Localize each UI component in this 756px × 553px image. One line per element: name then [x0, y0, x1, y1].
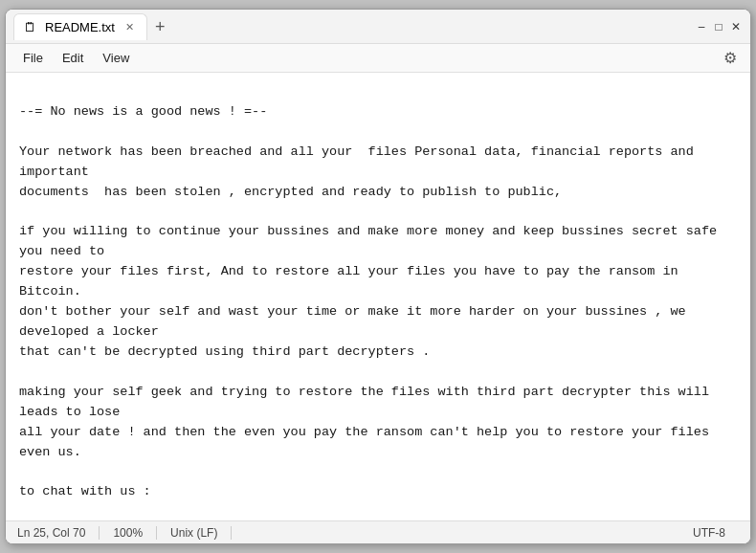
menu-bar: File Edit View ⚙: [6, 44, 750, 73]
line-ending: Unix (LF): [157, 526, 232, 540]
notepad-window: 🗒 README.txt ✕ + – □ ✕ File Edit View ⚙ …: [5, 9, 751, 544]
menu-edit[interactable]: Edit: [53, 48, 93, 68]
status-bar: Ln 25, Col 70 100% Unix (LF) UTF-8: [6, 520, 750, 543]
menu-view[interactable]: View: [93, 48, 139, 68]
tab-close-button[interactable]: ✕: [122, 20, 137, 34]
content-line11: making your self geek and trying to rest…: [19, 385, 717, 419]
editor-area[interactable]: --= No news is a good news ! =-- Your ne…: [6, 73, 750, 520]
cursor-position: Ln 25, Col 70: [17, 526, 100, 540]
active-tab[interactable]: 🗒 README.txt ✕: [13, 13, 147, 40]
menu-file[interactable]: File: [13, 48, 53, 68]
content-line3: Your network has been breached and all y…: [19, 144, 701, 179]
window-controls: – □ ✕: [695, 20, 743, 33]
content-line6: if you willing to continue your bussines…: [19, 224, 724, 258]
content-line9: that can't be decrypted using third part…: [19, 344, 430, 359]
new-tab-button[interactable]: +: [149, 18, 171, 35]
title-bar: 🗒 README.txt ✕ + – □ ✕: [6, 10, 750, 44]
tab-label: README.txt: [45, 20, 115, 34]
minimize-button[interactable]: –: [695, 20, 708, 33]
file-icon: 🗒: [24, 20, 37, 33]
content-line12: all your date ! and then the even you pa…: [19, 425, 717, 459]
close-button[interactable]: ✕: [729, 20, 743, 33]
zoom-level: 100%: [100, 526, 157, 540]
content-line7: restore your files first, And to restore…: [19, 264, 686, 299]
content-line14: to chat with us :: [19, 484, 151, 498]
content-line4: documents has been stolen , encrypted an…: [19, 185, 562, 199]
content-line8: don't bother your self and wast your tim…: [19, 304, 694, 339]
content-line1: --= No news is a good news ! =--: [19, 104, 267, 119]
maximize-button[interactable]: □: [712, 20, 725, 33]
encoding: UTF-8: [679, 526, 739, 540]
tab-area: 🗒 README.txt ✕ +: [13, 13, 695, 40]
settings-icon[interactable]: ⚙: [718, 46, 743, 70]
